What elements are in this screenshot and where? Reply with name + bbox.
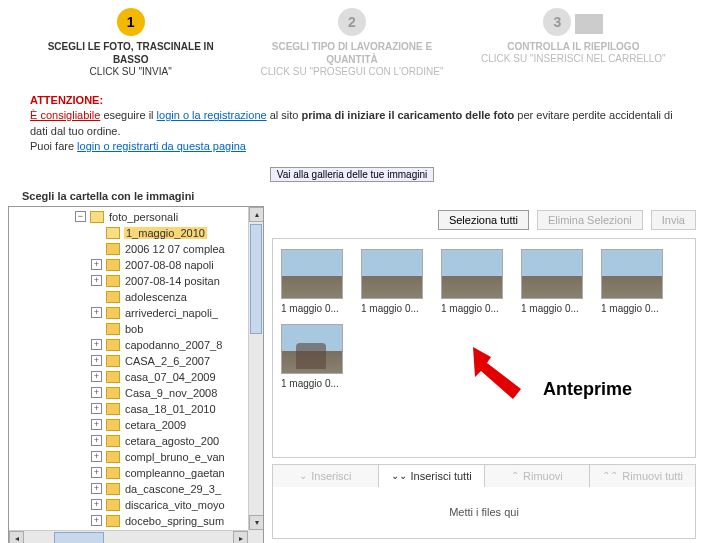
- tree-item[interactable]: +capodanno_2007_8: [11, 337, 246, 353]
- tree-item[interactable]: adolescenza: [11, 289, 246, 305]
- wizard-steps: 1 SCEGLI LE FOTO, TRASCINALE IN BASSO CL…: [0, 0, 704, 85]
- drop-zone[interactable]: Metti i files qui: [272, 487, 696, 539]
- double-chevron-down-icon: ⌄⌄: [391, 470, 407, 481]
- expand-icon[interactable]: +: [91, 275, 102, 286]
- expand-icon[interactable]: +: [91, 339, 102, 350]
- tree-root[interactable]: − foto_personali: [11, 209, 246, 225]
- expand-icon[interactable]: +: [91, 467, 102, 478]
- folder-icon: [106, 419, 120, 431]
- thumbnail[interactable]: 1 maggio 0...: [441, 249, 511, 314]
- thumbnail[interactable]: 1 maggio 0...: [281, 249, 351, 314]
- send-button[interactable]: Invia: [651, 210, 696, 230]
- scroll-up-icon[interactable]: ▴: [249, 207, 264, 222]
- expand-icon[interactable]: +: [91, 355, 102, 366]
- remove-all-button[interactable]: ⌃⌃Rimuovi tutti: [590, 465, 695, 487]
- tree-root-label: foto_personali: [108, 211, 179, 223]
- tree-item-label: cetara_2009: [124, 419, 187, 431]
- thumbnail-image: [281, 324, 343, 374]
- step-1: 1 SCEGLI LE FOTO, TRASCINALE IN BASSO CL…: [31, 8, 231, 77]
- tree-item[interactable]: +casa_18_01_2010: [11, 401, 246, 417]
- thumbnail[interactable]: 1 maggio 0...: [361, 249, 431, 314]
- scroll-right-icon[interactable]: ▸: [233, 531, 248, 543]
- expand-icon[interactable]: +: [91, 387, 102, 398]
- thumbnail-image: [281, 249, 343, 299]
- tree-item[interactable]: +cetara_agosto_200: [11, 433, 246, 449]
- action-bar: ⌄Inserisci ⌄⌄Inserisci tutti ⌃Rimuovi ⌃⌃…: [272, 464, 696, 487]
- folder-icon: [106, 467, 120, 479]
- select-all-button[interactable]: Seleziona tutti: [438, 210, 529, 230]
- expand-icon[interactable]: +: [91, 435, 102, 446]
- tree-item-label: da_cascone_29_3_: [124, 483, 222, 495]
- tree-item-label: 1_maggio_2010: [124, 227, 207, 239]
- insert-button[interactable]: ⌄Inserisci: [273, 465, 379, 487]
- delete-selections-button[interactable]: Elimina Selezioni: [537, 210, 643, 230]
- folder-icon: [106, 451, 120, 463]
- tree-item[interactable]: +docebo_spring_sum: [11, 513, 246, 529]
- expand-icon[interactable]: +: [91, 371, 102, 382]
- tree-spacer: [91, 243, 102, 254]
- login-page-link[interactable]: login o registrarti da questa pagina: [77, 140, 246, 152]
- login-link[interactable]: login o la registrazione: [157, 109, 267, 121]
- thumbnail[interactable]: 1 maggio 0...: [521, 249, 591, 314]
- tree-item[interactable]: +da_cascone_29_3_: [11, 481, 246, 497]
- tree-item[interactable]: 1_maggio_2010: [11, 225, 246, 241]
- thumbnail-area: 1 maggio 0...1 maggio 0...1 maggio 0...1…: [272, 238, 696, 458]
- step-3: 3 CONTROLLA IL RIEPILOGO CLICK SU "INSER…: [473, 8, 673, 77]
- tree-item[interactable]: +CASA_2_6_2007: [11, 353, 246, 369]
- insert-all-button[interactable]: ⌄⌄Inserisci tutti: [379, 465, 485, 487]
- expand-icon[interactable]: +: [91, 259, 102, 270]
- thumbnail-image: [601, 249, 663, 299]
- tree-item-label: docebo_spring_sum: [124, 515, 225, 527]
- tree-item[interactable]: 2006 12 07 complea: [11, 241, 246, 257]
- scroll-down-icon[interactable]: ▾: [249, 515, 264, 530]
- scroll-left-icon[interactable]: ◂: [9, 531, 24, 543]
- thumbnail-label: 1 maggio 0...: [441, 303, 511, 314]
- expand-icon[interactable]: +: [91, 451, 102, 462]
- scroll-corner: [248, 530, 263, 543]
- tree-item-label: compl_bruno_e_van: [124, 451, 226, 463]
- tree-item[interactable]: +compl_bruno_e_van: [11, 449, 246, 465]
- tree-hscrollbar[interactable]: ◂ ▸: [9, 530, 248, 543]
- thumbnail[interactable]: 1 maggio 0...: [601, 249, 671, 314]
- tree-item-label: Casa_9_nov_2008: [124, 387, 218, 399]
- thumbnail-image: [361, 249, 423, 299]
- expand-icon[interactable]: +: [91, 499, 102, 510]
- thumbnail[interactable]: 1 maggio 0...: [281, 324, 351, 389]
- tree-item[interactable]: +2007-08-14 positan: [11, 273, 246, 289]
- tree-item[interactable]: +2007-08-08 napoli: [11, 257, 246, 273]
- remove-button[interactable]: ⌃Rimuovi: [485, 465, 591, 487]
- step-2-title: SCEGLI TIPO DI LAVORAZIONE E QUANTITÀ: [252, 40, 452, 66]
- collapse-icon[interactable]: −: [75, 211, 86, 222]
- expand-icon[interactable]: +: [91, 515, 102, 526]
- tree-item-label: discarica_vito_moyo: [124, 499, 226, 511]
- warning-att: ATTENZIONE:: [30, 94, 103, 106]
- tree-item-label: capodanno_2007_8: [124, 339, 223, 351]
- step-badge-1: 1: [117, 8, 145, 36]
- tree-vscrollbar[interactable]: ▴ ▾: [248, 207, 263, 530]
- gallery-button[interactable]: Vai alla galleria delle tue immagini: [270, 167, 434, 182]
- chevron-up-icon: ⌃: [511, 470, 519, 481]
- folder-icon: [106, 387, 120, 399]
- scroll-thumb-h[interactable]: [54, 532, 104, 543]
- expand-icon[interactable]: +: [91, 419, 102, 430]
- expand-icon[interactable]: +: [91, 403, 102, 414]
- tree-item[interactable]: +compleanno_gaetan: [11, 465, 246, 481]
- tree-item[interactable]: +cetara_2009: [11, 417, 246, 433]
- expand-icon[interactable]: +: [91, 483, 102, 494]
- tree-item-label: cetara_agosto_200: [124, 435, 220, 447]
- tree-item[interactable]: +arrivederci_napoli_: [11, 305, 246, 321]
- expand-icon[interactable]: +: [91, 307, 102, 318]
- folder-tree[interactable]: − foto_personali 1_maggio_20102006 12 07…: [8, 206, 264, 543]
- tree-item[interactable]: +discarica_vito_moyo: [11, 497, 246, 513]
- folder-icon: [106, 323, 120, 335]
- tree-item[interactable]: +Casa_9_nov_2008: [11, 385, 246, 401]
- folder-icon: [106, 355, 120, 367]
- folder-icon: [106, 259, 120, 271]
- tree-item-label: adolescenza: [124, 291, 188, 303]
- tree-item[interactable]: +casa_07_04_2009: [11, 369, 246, 385]
- tree-item-label: casa_07_04_2009: [124, 371, 217, 383]
- thumbnail-label: 1 maggio 0...: [601, 303, 671, 314]
- thumbnail-label: 1 maggio 0...: [361, 303, 431, 314]
- tree-item[interactable]: bob: [11, 321, 246, 337]
- scroll-thumb-v[interactable]: [250, 224, 262, 334]
